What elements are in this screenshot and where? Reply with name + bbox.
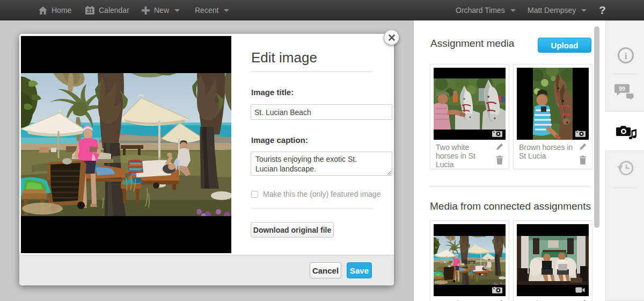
svg-text:99: 99 [619, 85, 625, 92]
svg-text:31: 31 [87, 8, 93, 14]
svg-text:i: i [625, 51, 627, 61]
